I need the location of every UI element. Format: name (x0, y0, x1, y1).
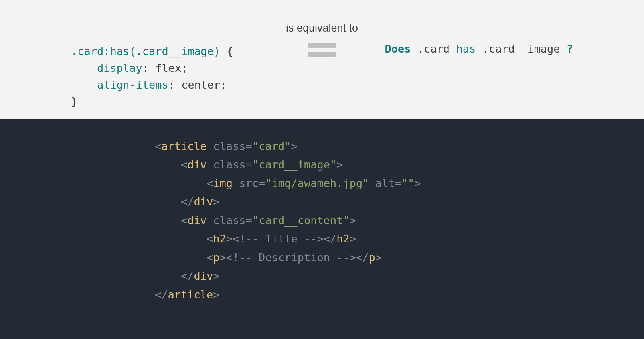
question-sel1: .card (417, 43, 450, 55)
l7-c-close: > (375, 251, 382, 264)
l7-open: < (207, 251, 213, 264)
l6-close-open: </ (324, 233, 337, 245)
l5-close: > (350, 214, 356, 227)
css-open-brace: { (220, 45, 233, 57)
question-qm: ? (560, 43, 573, 55)
l6-c-tag: h2 (336, 233, 350, 245)
l4-tag: div (194, 195, 213, 208)
l2-open: < (181, 158, 187, 171)
question-sel2: .card__image (482, 43, 560, 55)
css-close-brace: } (71, 95, 77, 108)
l1-close: > (291, 140, 297, 152)
l2-close: > (336, 158, 343, 171)
css-prop2-sep: : (168, 79, 182, 91)
plain-english-question: Does .card has .card__image ? (385, 43, 573, 55)
l3-str2: "" (401, 177, 415, 189)
css-prop1-val: flex; (155, 62, 188, 74)
l7-close-open: </ (356, 251, 369, 264)
l9-tag: article (168, 288, 213, 301)
l5-open: < (181, 214, 187, 227)
css-selector-pseudo: :has( (103, 45, 136, 57)
l7-tag: p (213, 251, 219, 264)
equals-bar-bottom (308, 52, 336, 57)
l6-open: < (207, 233, 213, 245)
l1-open: < (155, 140, 161, 152)
l2-attr: class= (207, 158, 252, 171)
html-panel: <article class="card"> <div class="card_… (0, 119, 644, 339)
l9-close: > (213, 288, 219, 301)
css-prop2-name: align-items (97, 79, 168, 91)
css-code-block: .card:has(.card__image) { display: flex;… (71, 43, 233, 110)
l2-str: "card__image" (252, 158, 336, 171)
equivalent-label: is equivalent to (0, 22, 644, 34)
l1-str: "card" (252, 140, 291, 152)
l5-attr: class= (207, 214, 252, 227)
css-prop1-name: display (97, 62, 142, 74)
l2-tag: div (187, 158, 207, 171)
l7-comment: <!-- Description --> (226, 251, 356, 264)
l8-tag: div (194, 270, 213, 282)
explanation-panel: is equivalent to .card:has(.card__image)… (0, 0, 644, 119)
l4-open: </ (181, 195, 194, 208)
l3-open: < (207, 177, 213, 189)
l3-attr1: src= (233, 177, 265, 189)
l5-str: "card__content" (252, 214, 350, 227)
css-selector-class: .card (71, 45, 103, 57)
l7-c-tag: p (369, 251, 375, 264)
l9-open: </ (155, 288, 168, 301)
equals-bar-top (308, 43, 336, 48)
l3-str1: "img/awameh.jpg" (265, 177, 369, 189)
l6-tag: h2 (213, 233, 226, 245)
question-does: Does (385, 43, 417, 55)
l4-close: > (213, 195, 219, 208)
css-selector-close: ) (214, 45, 220, 57)
l6-c-close: > (350, 233, 356, 245)
l3-close: > (414, 177, 421, 189)
html-code-block: <article class="card"> <div class="card_… (155, 137, 421, 304)
l7-mid: > (220, 251, 226, 264)
css-prop1-sep: : (142, 62, 156, 74)
question-has: has (450, 43, 482, 55)
l3-tag: img (213, 177, 233, 189)
l8-open: </ (181, 270, 194, 282)
l6-comment: <!-- Title --> (233, 233, 324, 245)
l5-tag: div (187, 214, 207, 227)
l1-attr: class= (207, 140, 252, 152)
l3-attr2: alt= (369, 177, 401, 189)
l6-mid: > (226, 233, 233, 245)
l8-close: > (213, 270, 219, 282)
css-prop2-val: center; (181, 79, 227, 91)
equals-icon (308, 43, 336, 57)
l1-tag: article (161, 140, 207, 152)
css-selector-arg: .card__image (136, 45, 214, 57)
